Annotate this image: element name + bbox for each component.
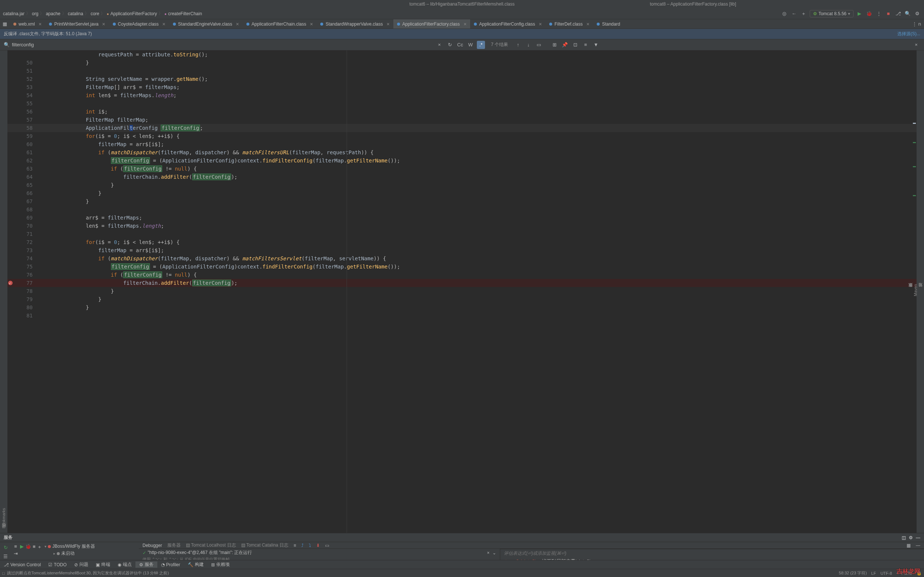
code-line[interactable]: 56 int i$; (7, 108, 917, 116)
code-line[interactable]: 69 arr$ = filterMaps; (7, 214, 917, 222)
crumb-core[interactable]: core (90, 11, 99, 16)
tw-run-icon[interactable]: ▶ (20, 544, 24, 560)
tw-tab-localhost-log[interactable]: ▤ Tomcat Localhost 日志 (186, 542, 236, 548)
settings-icon[interactable]: ⚙ (914, 10, 921, 18)
breakpoint-gutter[interactable] (7, 132, 19, 140)
tab-close-icon[interactable]: × (163, 21, 165, 27)
breakpoint-gutter[interactable] (7, 67, 19, 75)
tw-debug-icon[interactable]: 🐞 (25, 544, 31, 560)
fold-gutter[interactable] (37, 214, 48, 222)
crumb-apache[interactable]: apache (46, 11, 60, 16)
fold-gutter[interactable] (37, 181, 48, 189)
code-line[interactable]: 77 filterChain.addFilter(filterConfig); (7, 279, 917, 287)
status-icon[interactable]: □ (2, 571, 5, 575)
code-line[interactable]: 64 filterChain.addFilter(filterConfig); (7, 173, 917, 181)
code-line[interactable]: 72 for(i$ = 0; i$ < len$; ++i$) { (7, 238, 917, 246)
tw-resume-icon[interactable]: ⤴ (301, 543, 304, 548)
editor-tab[interactable]: ApplicationFilterChain.class× (243, 19, 317, 29)
stop-button[interactable]: ■ (885, 10, 892, 18)
tw-tab-catalina-log[interactable]: ▤ Tomcat Catalina 日志 (241, 542, 289, 548)
breakpoint-gutter[interactable] (7, 214, 19, 222)
code-line[interactable]: 74 if (matchDispatcher(filterMap, dispat… (7, 255, 917, 263)
bb-profiler[interactable]: ◔ Profiler (157, 562, 184, 567)
breakpoint-gutter[interactable] (7, 295, 19, 303)
breakpoint-gutter[interactable] (7, 116, 19, 124)
tree-root[interactable]: ▾ JBoss/WildFly 服务器 (45, 543, 137, 550)
fold-gutter[interactable] (37, 197, 48, 205)
tw-stepinto-icon[interactable]: ⬇ (316, 543, 320, 548)
tw-stop-icon[interactable]: ■ (33, 544, 36, 560)
fold-gutter[interactable] (37, 255, 48, 263)
history-icon[interactable]: ↻ (446, 41, 454, 49)
fold-gutter[interactable] (37, 124, 48, 132)
tw-hide-icon[interactable]: — (916, 535, 920, 540)
code-line[interactable]: 51 (7, 67, 917, 75)
breakpoint-gutter[interactable] (7, 181, 19, 189)
bb-todo[interactable]: ☑ TODO (45, 562, 70, 567)
fold-gutter[interactable] (37, 205, 48, 214)
caret-position[interactable]: 58:32 (23 字符) (839, 571, 867, 576)
breakpoint-gutter[interactable] (7, 91, 19, 99)
breakpoint-gutter[interactable] (7, 99, 19, 108)
run-button[interactable]: ▶ (856, 10, 863, 18)
fold-gutter[interactable] (37, 140, 48, 148)
breakpoint-gutter[interactable] (7, 271, 19, 279)
code-line[interactable]: 80 } (7, 303, 917, 311)
code-line[interactable]: 58 ApplicationFilterConfig filterConfig; (7, 124, 917, 132)
editor-tab[interactable]: Standard (593, 19, 624, 29)
code-line[interactable]: 61 if (matchDispatcher(filterMap, dispat… (7, 148, 917, 156)
bookmarks-stripe[interactable]: Bookmarks (2, 508, 6, 529)
breakpoint-gutter[interactable] (7, 50, 19, 59)
breakpoint-gutter[interactable] (7, 197, 19, 205)
back-icon[interactable]: ← (790, 10, 798, 18)
code-line[interactable]: 60 filterMap = arr$[i$]; (7, 140, 917, 148)
editor-tab[interactable]: FilterDef.class× (546, 19, 593, 29)
tab-close-icon[interactable]: × (39, 21, 42, 27)
tw-collapse-icon[interactable]: ⇥ (14, 551, 18, 556)
tab-close-icon[interactable]: × (310, 21, 313, 27)
select-occurrences-icon[interactable]: ⊡ (571, 41, 579, 49)
fold-gutter[interactable] (37, 91, 48, 99)
breakpoint-gutter[interactable] (7, 263, 19, 271)
fold-gutter[interactable] (37, 263, 48, 271)
code-line[interactable]: 65 } (7, 181, 917, 189)
code-line[interactable]: 54 int len$ = filterMaps.length; (7, 91, 917, 99)
code-line[interactable]: 79 } (7, 295, 917, 303)
code-line[interactable]: 78 } (7, 287, 917, 295)
fold-gutter[interactable] (37, 50, 48, 59)
editor-tab[interactable]: ApplicationFilterFactory.class× (393, 19, 470, 29)
fold-gutter[interactable] (37, 303, 48, 311)
tw-tab-debugger[interactable]: Debugger (142, 543, 162, 548)
thread-close-icon[interactable]: × (487, 550, 489, 556)
fold-gutter[interactable] (37, 83, 48, 91)
breakpoint-gutter[interactable] (7, 287, 19, 295)
breakpoint-gutter[interactable] (7, 189, 19, 197)
breakpoint-gutter[interactable] (7, 164, 19, 173)
encoding[interactable]: UTF-8 (880, 571, 892, 575)
debug-button[interactable]: 🐞 (865, 10, 873, 18)
breakpoint-gutter[interactable] (7, 148, 19, 156)
match-case-icon[interactable]: Cc (456, 41, 464, 49)
fold-gutter[interactable] (37, 311, 48, 320)
tab-close-icon[interactable]: × (236, 21, 239, 27)
breakpoint-gutter[interactable] (7, 222, 19, 230)
tab-close-icon[interactable]: × (586, 21, 589, 27)
code-line[interactable]: 81 (7, 311, 917, 320)
bb-build[interactable]: 🔨 构建 (184, 561, 207, 568)
words-icon[interactable]: W (467, 41, 475, 49)
code-line[interactable]: 52 String servletName = wrapper.getName(… (7, 75, 917, 83)
add-config-icon[interactable]: ＋ (800, 10, 808, 18)
editor-tab[interactable]: CoyoteAdapter.class× (109, 19, 169, 29)
fold-gutter[interactable] (37, 99, 48, 108)
breakpoint-gutter[interactable] (7, 279, 19, 287)
line-separator[interactable]: LF (871, 571, 876, 575)
code-line[interactable]: 70 len$ = filterMaps.length; (7, 222, 917, 230)
bb-services[interactable]: ⚙ 服务 (136, 561, 157, 568)
tab-close-icon[interactable]: × (539, 21, 542, 27)
editor-tab[interactable]: StandardEngineValve.class× (169, 19, 243, 29)
right-tool-strip[interactable]: 通知 Maven 数据库 (917, 50, 924, 533)
close-search-x[interactable]: × (435, 41, 443, 49)
search-everywhere-icon[interactable]: 🔍 (904, 10, 911, 18)
code-line[interactable]: 68 (7, 205, 917, 214)
close-search-icon[interactable]: × (912, 41, 920, 49)
